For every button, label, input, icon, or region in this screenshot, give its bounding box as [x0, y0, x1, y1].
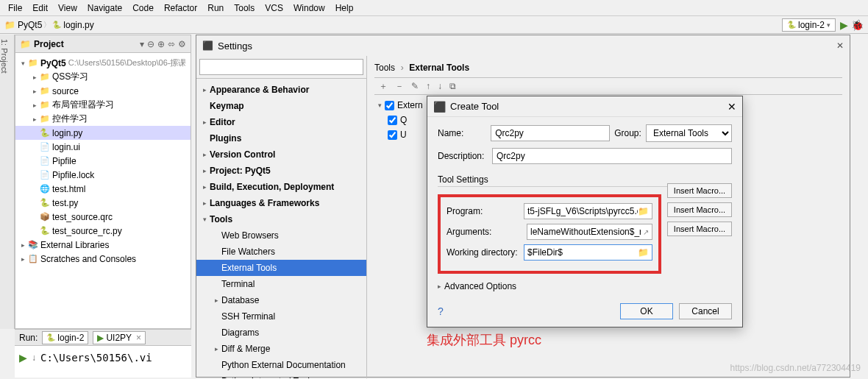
remove-button[interactable]: －	[395, 80, 404, 93]
tree-folder[interactable]: ▸📁控件学习	[15, 112, 191, 126]
arguments-field[interactable]: ↗	[527, 224, 652, 240]
settings-tree-item[interactable]: ▸Diff & Merge	[196, 341, 366, 357]
browse-icon[interactable]: 📁	[638, 247, 649, 258]
run-config-selector[interactable]: 🐍 login-2 ▾	[782, 18, 836, 32]
insert-macro-button[interactable]: Insert Macro...	[667, 183, 732, 198]
rerun-button[interactable]: ▶	[19, 352, 27, 364]
settings-tree-item[interactable]: Python Integrated Tools	[196, 373, 366, 378]
tree-folder[interactable]: ▸📁布局管理器学习	[15, 98, 191, 112]
chevron-icon: ▸	[199, 183, 210, 191]
tree-folder[interactable]: ▸📁QSS学习	[15, 70, 191, 84]
tree-file[interactable]: 🌐test.html	[15, 182, 191, 196]
advanced-options-toggle[interactable]: ▸ Advanced Options	[438, 281, 732, 291]
annotation-text: 集成外部工具 pyrcc	[427, 331, 541, 349]
tree-file[interactable]: 📄Pipfile.lock	[15, 168, 191, 182]
settings-tree-item[interactable]: ▸Languages & Frameworks	[196, 195, 366, 211]
run-tab[interactable]: ▶UI2PY×	[93, 331, 146, 344]
settings-tree-item[interactable]: SSH Terminal	[196, 308, 366, 325]
browse-icon[interactable]: 📁	[638, 206, 649, 216]
settings-tree-item[interactable]: Diagrams	[196, 325, 366, 341]
expand-icon[interactable]: ▾	[374, 102, 385, 109]
arguments-input[interactable]	[530, 226, 641, 238]
settings-tree-item[interactable]: ▸Editor	[196, 114, 366, 130]
run-tab[interactable]: 🐍login-2	[42, 331, 88, 344]
settings-tree-item[interactable]: Plugins	[196, 130, 366, 146]
close-icon[interactable]: ✕	[728, 101, 736, 113]
close-icon[interactable]: ✕	[836, 40, 844, 51]
menu-edit[interactable]: Edit	[27, 1, 53, 15]
settings-tree-item[interactable]: ▸Appearance & Behavior	[196, 82, 366, 98]
cancel-button[interactable]: Cancel	[679, 303, 732, 319]
tree-file[interactable]: 🐍test_source_rc.py	[15, 224, 191, 238]
help-icon[interactable]: ?	[438, 305, 444, 317]
copy-button[interactable]: ⧉	[449, 81, 456, 91]
menu-run[interactable]: Run	[202, 1, 229, 15]
group-select[interactable]: External Tools	[646, 124, 732, 142]
add-button[interactable]: ＋	[379, 80, 388, 93]
tree-root[interactable]: ▾ 📁 PyQt5 C:\Users\50156\Desktop\06-摞课	[15, 56, 191, 70]
settings-tree-item[interactable]: ▸Database	[196, 292, 366, 308]
tree-file[interactable]: 🐍test.py	[15, 196, 191, 210]
settings-tree-item[interactable]: Web Browsers	[196, 227, 366, 244]
menu-help[interactable]: Help	[330, 1, 359, 15]
collapse-icon[interactable]: ⊖	[147, 39, 154, 49]
menu-navigate[interactable]: Navigate	[82, 1, 127, 15]
insert-macro-button[interactable]: Insert Macro...	[667, 222, 732, 236]
menu-code[interactable]: Code	[127, 1, 159, 15]
settings-tree-item[interactable]: ▸Project: PyQt5	[196, 163, 366, 179]
tree-file[interactable]: 📦test_source.qrc	[15, 210, 191, 224]
settings-tree-item[interactable]: File Watchers	[196, 244, 366, 260]
menu-refactor[interactable]: Refactor	[159, 1, 202, 15]
run-button[interactable]: ▶	[840, 19, 848, 31]
down-button[interactable]: ↓	[438, 81, 442, 91]
tree-external-libs[interactable]: ▸📚External Libraries	[15, 238, 191, 252]
edit-button[interactable]: ✎	[411, 81, 419, 91]
close-icon[interactable]: ×	[136, 333, 141, 343]
settings-tree-item[interactable]: ▸Version Control	[196, 146, 366, 163]
name-label: Name:	[438, 128, 486, 138]
tree-scratches[interactable]: ▸📋Scratches and Consoles	[15, 252, 191, 266]
locate-icon[interactable]: ⊕	[157, 39, 165, 49]
breadcrumb-file[interactable]: 🐍 login.py	[52, 20, 93, 30]
chevron-down-icon[interactable]: ▾	[140, 39, 144, 49]
settings-search-input[interactable]	[199, 59, 363, 75]
et-checkbox[interactable]	[388, 130, 397, 140]
settings-tree-item[interactable]: Python External Documentation	[196, 357, 366, 373]
expand-icon[interactable]: ↗	[643, 228, 649, 236]
settings-tree-item[interactable]: ▸Build, Execution, Deployment	[196, 179, 366, 195]
settings-tree-item[interactable]: External Tools	[196, 260, 366, 276]
tree-file[interactable]: 🐍login.py	[15, 126, 191, 140]
settings-tree-item[interactable]: Terminal	[196, 276, 366, 292]
chevron-icon: ›	[401, 63, 404, 73]
menu-window[interactable]: Window	[288, 1, 330, 15]
program-input[interactable]	[527, 205, 638, 217]
description-input[interactable]	[492, 148, 732, 164]
breadcrumb-folder[interactable]: 📁 PyQt5	[4, 20, 42, 30]
expand-icon[interactable]: ▾	[18, 60, 27, 67]
menu-tools[interactable]: Tools	[229, 1, 260, 15]
workdir-field[interactable]: 📁	[524, 244, 652, 261]
et-checkbox[interactable]	[388, 116, 397, 125]
ok-button[interactable]: OK	[620, 303, 673, 319]
tree-file[interactable]: 📄Pipfile	[15, 154, 191, 168]
tree-file[interactable]: 📄login.ui	[15, 140, 191, 154]
arguments-label: Arguments:	[447, 227, 522, 237]
menu-vcs[interactable]: VCS	[260, 1, 288, 15]
settings-tree-item[interactable]: Keymap	[196, 98, 366, 114]
step-button[interactable]: ↓	[32, 353, 36, 363]
up-button[interactable]: ↑	[426, 81, 430, 91]
menu-file[interactable]: File	[3, 1, 27, 15]
program-field[interactable]: 📁	[524, 203, 652, 219]
workdir-input[interactable]	[527, 247, 638, 258]
sidebar-tab-project[interactable]: 1: Project	[0, 35, 15, 329]
run-header: Run: 🐍login-2 ▶UI2PY×	[15, 330, 191, 346]
et-checkbox[interactable]	[385, 101, 394, 110]
insert-macro-button[interactable]: Insert Macro...	[667, 202, 732, 217]
menu-view[interactable]: View	[53, 1, 82, 15]
tree-folder[interactable]: ▸📁source	[15, 84, 191, 98]
hide-icon[interactable]: ⬄	[168, 39, 175, 49]
debug-button[interactable]: 🐞	[851, 19, 864, 31]
gear-icon[interactable]: ⚙	[178, 39, 186, 49]
name-input[interactable]	[491, 125, 610, 141]
settings-tree-item[interactable]: ▾Tools	[196, 211, 366, 227]
